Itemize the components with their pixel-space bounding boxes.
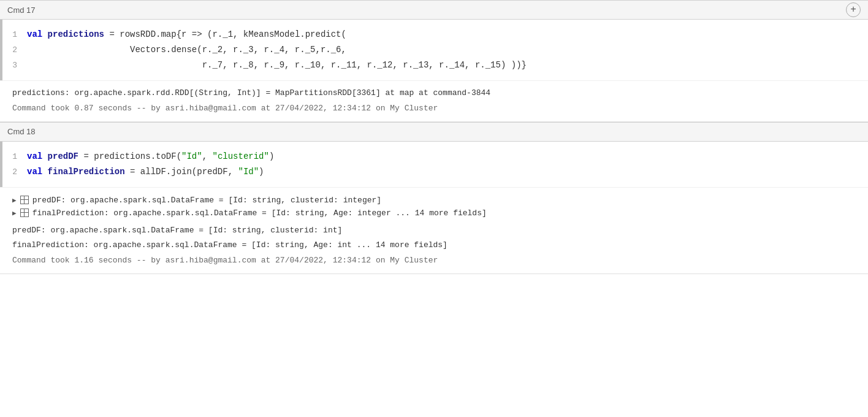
line-number-1: 1 bbox=[2, 30, 27, 39]
plain-2: Vectors.dense(r._2, r._3, r._4, r._5,r._… bbox=[27, 45, 346, 55]
expand-row-predDF[interactable]: ▶ predDF: org.apache.spark.sql.DataFrame… bbox=[12, 194, 856, 207]
cmd-18-code-wrapper: 1 val predDF = predictions.toDF("Id", "c… bbox=[0, 142, 868, 187]
line-number-3: 3 bbox=[2, 61, 27, 70]
code-content-3: r._7, r._8, r._9, r._10, r._11, r._12, r… bbox=[27, 59, 527, 72]
cmd-18-result2: finalPrediction: org.apache.spark.sql.Da… bbox=[12, 239, 856, 252]
plain-18-1c: ) bbox=[269, 151, 274, 161]
cmd-17-header-left: Cmd 17 bbox=[7, 6, 36, 15]
cmd-18-result1: predDF: org.apache.spark.sql.DataFrame =… bbox=[12, 224, 856, 237]
cmd-18-header: Cmd 18 bbox=[0, 122, 868, 142]
cmd-17-header: Cmd 17 + bbox=[0, 0, 868, 20]
keyword-val-3: val bbox=[27, 167, 48, 177]
cmd-17-cell: Cmd 17 + 1 val predictions = rowsRDD.map… bbox=[0, 0, 868, 122]
cmd-17-output-area: predictions: org.apache.spark.rdd.RDD[(S… bbox=[0, 80, 868, 121]
cmd-17-add-button[interactable]: + bbox=[846, 2, 861, 17]
table-icon-predDF bbox=[20, 196, 29, 204]
str-clusterid: "clusterid" bbox=[212, 151, 268, 161]
var-finalPrediction: finalPrediction bbox=[48, 167, 125, 177]
code-line-1: 1 val predictions = rowsRDD.map{r => (r.… bbox=[2, 27, 868, 42]
plain-18-1: = predictions.toDF( bbox=[78, 151, 181, 161]
notebook-container: Cmd 17 + 1 val predictions = rowsRDD.map… bbox=[0, 0, 868, 274]
code-line-2: 2 Vectors.dense(r._2, r._3, r._4, r._5,r… bbox=[2, 42, 868, 58]
cmd-18-timing: Command took 1.16 seconds -- by asri.hib… bbox=[12, 254, 856, 267]
code-line-18-1: 1 val predDF = predictions.toDF("Id", "c… bbox=[2, 149, 868, 164]
cmd-17-code-area[interactable]: 1 val predictions = rowsRDD.map{r => (r.… bbox=[2, 20, 868, 80]
code-content-18-1: val predDF = predictions.toDF("Id", "clu… bbox=[27, 150, 274, 163]
cmd-17-timing: Command took 0.87 seconds -- by asri.hib… bbox=[12, 102, 856, 115]
str-Id-2: "Id" bbox=[238, 167, 259, 177]
cmd-17-label: Cmd 17 bbox=[7, 6, 36, 15]
var-predDF: predDF bbox=[48, 151, 78, 161]
plain-18-2: = allDF.join(predDF, bbox=[125, 167, 238, 177]
code-content-2: Vectors.dense(r._2, r._3, r._4, r._5,r._… bbox=[27, 44, 346, 56]
cmd-18-code-area[interactable]: 1 val predDF = predictions.toDF("Id", "c… bbox=[2, 142, 868, 187]
expand-label-predDF: predDF: org.apache.spark.sql.DataFrame =… bbox=[32, 196, 382, 205]
cmd-17-result: predictions: org.apache.spark.rdd.RDD[(S… bbox=[12, 87, 856, 100]
add-icon: + bbox=[850, 4, 856, 15]
expand-label-finalPrediction: finalPrediction: org.apache.spark.sql.Da… bbox=[32, 208, 487, 218]
plain-18-1b: , bbox=[202, 151, 213, 161]
code-content-1: val predictions = rowsRDD.map{r => (r._1… bbox=[27, 28, 346, 41]
line-number-18-1: 1 bbox=[2, 152, 27, 161]
expand-row-finalPrediction[interactable]: ▶ finalPrediction: org.apache.spark.sql.… bbox=[12, 207, 856, 220]
expand-icon-finalPrediction[interactable]: ▶ bbox=[12, 209, 17, 217]
str-Id: "Id" bbox=[181, 151, 202, 161]
plain-3: r._7, r._8, r._9, r._10, r._11, r._12, r… bbox=[27, 60, 527, 70]
plain-1: = rowsRDD.map{r => (r._1, kMeansModel.pr… bbox=[104, 29, 346, 39]
cmd-18-header-left: Cmd 18 bbox=[7, 127, 36, 136]
line-number-2: 2 bbox=[2, 45, 27, 55]
cmd-18-cell: Cmd 18 1 val predDF = predictions.toDF("… bbox=[0, 122, 868, 274]
line-number-18-2: 2 bbox=[2, 167, 27, 177]
keyword-val-1: val bbox=[27, 29, 48, 39]
table-icon-finalPrediction bbox=[20, 208, 29, 217]
var-predictions: predictions bbox=[48, 29, 104, 39]
expand-icon-predDF[interactable]: ▶ bbox=[12, 196, 17, 204]
cmd-18-label: Cmd 18 bbox=[7, 127, 36, 136]
plain-18-2b: ) bbox=[259, 167, 264, 177]
cmd-17-code-wrapper: 1 val predictions = rowsRDD.map{r => (r.… bbox=[0, 20, 868, 80]
keyword-val-2: val bbox=[27, 151, 48, 161]
code-line-3: 3 r._7, r._8, r._9, r._10, r._11, r._12,… bbox=[2, 58, 868, 73]
code-content-18-2: val finalPrediction = allDF.join(predDF,… bbox=[27, 166, 264, 178]
code-line-18-2: 2 val finalPrediction = allDF.join(predD… bbox=[2, 164, 868, 180]
cmd-18-output-area: ▶ predDF: org.apache.spark.sql.DataFrame… bbox=[0, 187, 868, 274]
